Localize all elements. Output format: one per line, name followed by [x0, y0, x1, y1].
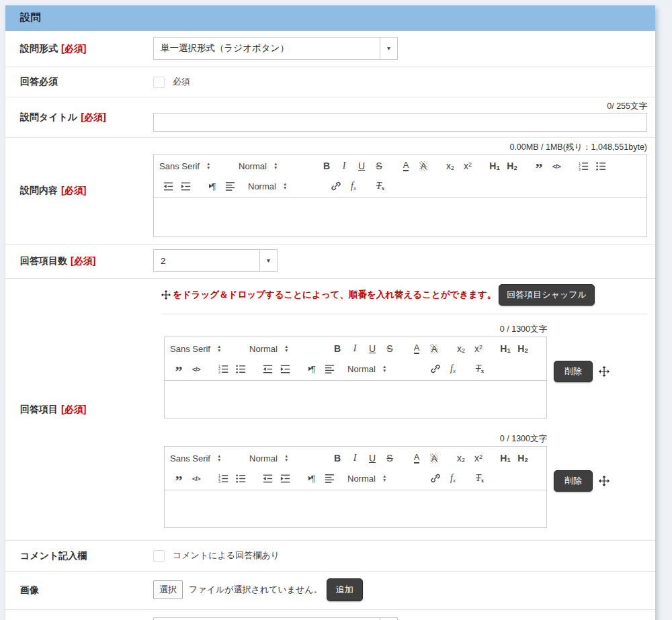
size-select[interactable]: Normal — [347, 474, 417, 484]
question-title-input[interactable] — [153, 113, 647, 132]
row-graph-display: 表・グラフ表示 表示をしない ▼ — [5, 610, 655, 620]
dropdown-arrow-icon[interactable]: ▼ — [259, 250, 277, 271]
header1-icon[interactable]: H1 — [497, 451, 514, 466]
header-select-value: Normal — [239, 161, 267, 171]
background-color-icon[interactable]: A — [415, 159, 432, 173]
blockquote-icon[interactable]: ” — [170, 361, 187, 376]
blockquote-icon[interactable]: ” — [170, 471, 187, 486]
background-color-icon[interactable]: A — [425, 451, 443, 466]
choose-file-button[interactable]: 選択 — [153, 580, 183, 599]
ordered-list-icon[interactable]: 123 — [214, 361, 232, 376]
superscript-icon[interactable]: x2 — [470, 451, 487, 466]
indent-icon[interactable] — [177, 179, 194, 193]
formula-icon[interactable]: fx — [444, 361, 462, 376]
font-select-value: Sans Serif — [159, 161, 200, 171]
background-color-icon[interactable]: A — [425, 341, 443, 356]
checkbox-label: 必須 — [173, 76, 190, 88]
code-block-icon[interactable]: </> — [187, 361, 205, 376]
ordered-list-icon[interactable]: 123 — [575, 159, 592, 173]
indent-icon[interactable] — [276, 361, 294, 376]
header2-icon[interactable]: H2 — [503, 159, 521, 173]
clean-format-icon[interactable]: Tx — [471, 471, 489, 486]
required-checkbox[interactable] — [153, 77, 165, 88]
outdent-icon[interactable] — [259, 361, 276, 376]
link-icon[interactable] — [427, 361, 444, 376]
required-badge: [必須] — [71, 255, 95, 267]
bold-icon[interactable]: B — [329, 341, 346, 356]
delete-item-button[interactable]: 削除 — [554, 470, 593, 492]
dropdown-arrow-icon[interactable]: ▼ — [380, 38, 397, 59]
header-select[interactable]: Normal — [249, 344, 319, 354]
updown-arrow-icon — [284, 454, 288, 462]
content-editor-body[interactable] — [154, 197, 646, 236]
formula-icon[interactable]: fx — [444, 471, 462, 486]
size-select[interactable]: Normal — [347, 364, 417, 374]
link-icon[interactable] — [427, 471, 444, 486]
strikethrough-icon[interactable]: S — [381, 341, 398, 356]
indent-icon[interactable] — [276, 471, 294, 486]
header2-icon[interactable]: H2 — [514, 341, 532, 356]
italic-icon[interactable]: I — [346, 451, 364, 466]
header-select[interactable]: Normal — [249, 453, 319, 463]
drag-handle-icon[interactable] — [599, 476, 610, 486]
superscript-icon[interactable]: x2 — [470, 341, 487, 356]
superscript-icon[interactable]: x2 — [459, 159, 476, 173]
row-label: 回答項目 — [20, 404, 58, 416]
clean-format-icon[interactable]: Tx — [471, 361, 489, 376]
text-direction-icon[interactable]: ¶ — [303, 471, 321, 486]
item-editor-body[interactable] — [165, 490, 546, 527]
bold-icon[interactable]: B — [329, 451, 346, 466]
font-select[interactable]: Sans Serif — [159, 161, 229, 171]
header1-icon[interactable]: H1 — [486, 159, 503, 173]
bullet-list-icon[interactable] — [232, 471, 249, 486]
underline-icon[interactable]: U — [364, 341, 381, 356]
text-direction-icon[interactable]: ¶ — [303, 361, 321, 376]
code-block-icon[interactable]: </> — [187, 471, 205, 486]
item-char-counter: 0 / 1300文字 — [164, 324, 547, 335]
text-color-icon[interactable]: A — [397, 159, 415, 173]
drag-handle-icon[interactable] — [599, 366, 610, 377]
subscript-icon[interactable]: x2 — [452, 341, 470, 356]
item-editor-body[interactable] — [165, 380, 546, 418]
required-badge: [必須] — [61, 43, 86, 55]
header2-icon[interactable]: H2 — [514, 451, 532, 466]
add-image-button[interactable]: 追加 — [327, 578, 363, 601]
row-label: コメント記入欄 — [20, 550, 87, 562]
subscript-icon[interactable]: x2 — [442, 159, 459, 173]
clean-format-icon[interactable]: Tx — [372, 179, 389, 193]
ordered-list-icon[interactable]: 123 — [214, 471, 232, 486]
comment-checkbox[interactable] — [153, 550, 165, 562]
size-select[interactable]: Normal — [248, 181, 318, 191]
underline-icon[interactable]: U — [353, 159, 370, 173]
italic-icon[interactable]: I — [346, 341, 364, 356]
subscript-icon[interactable]: x2 — [452, 451, 470, 466]
header1-icon[interactable]: H1 — [497, 341, 514, 356]
align-icon[interactable] — [221, 179, 239, 193]
text-direction-icon[interactable]: ¶ — [204, 179, 221, 193]
align-icon[interactable] — [321, 361, 338, 376]
formula-icon[interactable]: fx — [345, 179, 362, 193]
align-icon[interactable] — [321, 471, 338, 486]
item-count-select[interactable]: 2 ▼ — [153, 249, 278, 272]
underline-icon[interactable]: U — [364, 451, 381, 466]
bullet-list-icon[interactable] — [232, 361, 249, 376]
italic-icon[interactable]: I — [335, 159, 353, 173]
strikethrough-icon[interactable]: S — [370, 159, 388, 173]
outdent-icon[interactable] — [159, 179, 177, 193]
strikethrough-icon[interactable]: S — [381, 451, 398, 466]
code-block-icon[interactable]: </> — [548, 159, 565, 173]
shuffle-items-button[interactable]: 回答項目シャッフル — [499, 284, 595, 306]
graph-display-select[interactable]: 表示をしない ▼ — [153, 617, 398, 620]
text-color-icon[interactable]: A — [408, 341, 425, 356]
outdent-icon[interactable] — [259, 471, 276, 486]
delete-item-button[interactable]: 削除 — [554, 361, 593, 382]
bullet-list-icon[interactable] — [592, 159, 610, 173]
blockquote-icon[interactable]: ” — [530, 159, 548, 173]
link-icon[interactable] — [327, 179, 345, 193]
bold-icon[interactable]: B — [318, 159, 335, 173]
text-color-icon[interactable]: A — [408, 451, 425, 466]
question-format-select[interactable]: 単一選択形式（ラジオボタン） ▼ — [153, 37, 398, 60]
header-select[interactable]: Normal — [239, 161, 308, 171]
font-select[interactable]: Sans Serif — [170, 453, 240, 463]
font-select[interactable]: Sans Serif — [170, 344, 240, 354]
